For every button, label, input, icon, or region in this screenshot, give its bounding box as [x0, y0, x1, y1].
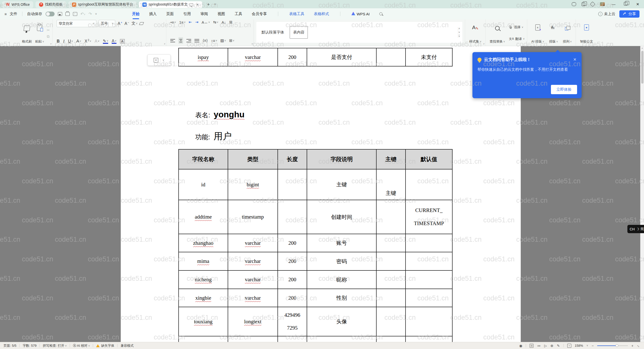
table-cell[interactable]: touxiang [179, 307, 228, 336]
compat-mode[interactable]: 兼容模式 [120, 343, 134, 348]
table-cell[interactable]: ispay [179, 48, 228, 66]
tab-active-document[interactable]: W springbootq6l1n数据库文 ✕ [139, 1, 202, 8]
select-button[interactable]: 选择˅ [509, 25, 525, 29]
table-cell[interactable]: 未支付 [406, 48, 452, 66]
pinyin-guide-button[interactable]: 文˅ [131, 21, 137, 26]
minimize-button[interactable]: — [610, 2, 617, 6]
table-cell[interactable]: varchar [228, 234, 278, 252]
table-header-cell[interactable]: 主键 [376, 149, 406, 169]
table-row[interactable]: idbigint 主键主键 [179, 169, 452, 200]
table-row[interactable]: addtimetimestamp 创建时间 CURRENT_ TIMESTAMP [179, 200, 452, 234]
ai-proof-button[interactable]: Ⓐ AI 校对 ˅ [73, 343, 90, 348]
tab-view[interactable]: 视图 [218, 12, 225, 16]
italic-button[interactable]: I [63, 39, 64, 44]
search-icon[interactable] [379, 12, 382, 15]
word-count[interactable]: 字数: 579 [23, 343, 36, 348]
font-size-select[interactable]: 五号˅ [99, 20, 115, 27]
table-row[interactable]: xingbievarchar200性别 [179, 289, 452, 307]
missing-font-warning[interactable]: 缺失字体 [96, 343, 114, 348]
user-avatar[interactable] [600, 2, 605, 6]
bold-button[interactable]: B [57, 39, 60, 44]
tab-insert[interactable]: 插入 [149, 12, 157, 16]
superscript-button[interactable]: X2˅ [85, 39, 91, 44]
table-cell[interactable] [278, 336, 307, 342]
tab-wps-home[interactable]: W WPS Office [2, 1, 33, 8]
table-cell[interactable]: varchar [228, 289, 278, 307]
file-menu[interactable]: 文件 [10, 12, 17, 16]
close-tab-icon[interactable]: ✕ [196, 3, 199, 7]
print-preview-icon[interactable] [73, 12, 77, 16]
outline-view-icon[interactable]: ≔ [537, 344, 541, 348]
font-name-select[interactable]: 华文仿宋˅ [57, 20, 96, 27]
scrollbar-thumb[interactable] [641, 51, 643, 84]
table-cell[interactable]: 头像 [307, 307, 376, 336]
table-cell[interactable]: 200 [278, 289, 307, 307]
chevron-down-icon[interactable]: ˅ [163, 59, 164, 62]
table-cell[interactable]: 昵称 [307, 270, 376, 289]
text-direction-button[interactable]: A↔˅ [202, 20, 210, 24]
tab-table-style[interactable]: 表格样式 [314, 12, 329, 16]
tab-tools[interactable]: 工具 [235, 12, 242, 16]
hamburger-menu-icon[interactable]: ≡ [5, 12, 7, 16]
table-cell[interactable] [406, 234, 452, 252]
styles-more-icon[interactable]: ˅ [459, 35, 460, 38]
underline-button[interactable]: U˅ [68, 39, 73, 44]
table-cell[interactable]: 429496 7295 [278, 307, 307, 336]
table-cell[interactable] [376, 289, 406, 307]
table-cell[interactable] [278, 169, 307, 200]
zoom-slider[interactable] [597, 345, 628, 346]
table-header-row[interactable]: 字段名称类型长度字段说明主键默认值 [179, 149, 452, 169]
table-cell[interactable] [376, 48, 406, 66]
decrease-indent-button[interactable]: ⇤ [189, 20, 192, 24]
layout-button[interactable]: A≡≡ 排版˅ [548, 21, 559, 45]
table-cell[interactable]: 创建时间 [307, 200, 376, 234]
tab-wps-ai[interactable]: WPS AI [351, 12, 370, 16]
table-header-cell[interactable]: 默认值 [406, 149, 452, 169]
table-cell[interactable] [406, 252, 452, 270]
tab-table-tools[interactable]: 表格工具 [289, 12, 304, 16]
table-row[interactable]: mimavarchar200密码 [179, 252, 452, 270]
table-cell[interactable] [307, 336, 376, 342]
table-cell[interactable] [376, 252, 406, 270]
zoom-level[interactable]: 158% [575, 344, 583, 347]
close-window-button[interactable]: ✕ [634, 2, 641, 7]
zoom-out-button[interactable]: − [592, 344, 594, 348]
ai-layout-button[interactable]: ≡ AI 排版˅ [530, 21, 546, 45]
tab-ruler-button[interactable]: ⊞ [229, 20, 232, 24]
spellcheck-status[interactable]: 拼写检查: 打开 ˅ [43, 343, 67, 348]
table-cell[interactable]: timestamp [228, 200, 278, 234]
table-cell[interactable]: mima [179, 252, 228, 270]
table-cell[interactable] [406, 289, 452, 307]
table-cell[interactable] [228, 336, 278, 342]
table-cell[interactable]: 主键 [376, 169, 406, 200]
table-row[interactable]: nichengvarchar200昵称 [179, 270, 452, 289]
numbered-list-button[interactable]: 1≡˅ [179, 20, 185, 24]
increase-font-button[interactable]: A+ [117, 21, 122, 26]
decrease-font-button[interactable]: A− [125, 21, 129, 26]
redo-icon[interactable]: ↷ [89, 12, 92, 16]
table-cell[interactable] [406, 169, 452, 200]
table-cell[interactable]: 主键 [307, 169, 376, 200]
window-manager-icon[interactable] [582, 3, 585, 6]
print-icon[interactable] [65, 12, 70, 16]
page-count[interactable]: 页面: 5/5 [4, 343, 16, 348]
swap-button[interactable]: ⇆˅ [213, 20, 218, 24]
table-cell[interactable]: 200 [278, 270, 307, 289]
apps-cube-icon[interactable] [590, 2, 595, 7]
find-replace-button[interactable]: 查找替换˅ [488, 21, 506, 45]
table-cell[interactable] [376, 234, 406, 252]
table-cell[interactable] [376, 336, 406, 342]
table-cell[interactable]: CURRENT_ TIMESTAMP [406, 200, 452, 234]
table-cell[interactable]: longtext [228, 307, 278, 336]
tab-home[interactable]: 开始 [132, 12, 140, 16]
document-page[interactable]: ispayvarchar200是否支付 未支付 ≡ ˅ 表名: yonghu 功… [121, 46, 521, 342]
smart-doc-button[interactable]: ★ 智能公文 [578, 21, 594, 45]
previous-table-partial[interactable]: ispayvarchar200是否支付 未支付 [178, 48, 453, 66]
protect-eye-icon[interactable]: ◉ [519, 344, 522, 348]
table-cell[interactable]: 是否支付 [307, 48, 376, 66]
styles-down-icon[interactable]: ˅ [459, 31, 460, 34]
field-definition-table[interactable]: 字段名称类型长度字段说明主键默认值idbigint 主键主键 addtimeti… [178, 149, 453, 342]
paste-button[interactable]: 粘贴˅ [33, 21, 46, 45]
tab-docer-templates[interactable]: ❞ 找稻壳模板 [35, 1, 66, 8]
table-row[interactable]: ispayvarchar200是否支付 未支付 [179, 48, 452, 66]
